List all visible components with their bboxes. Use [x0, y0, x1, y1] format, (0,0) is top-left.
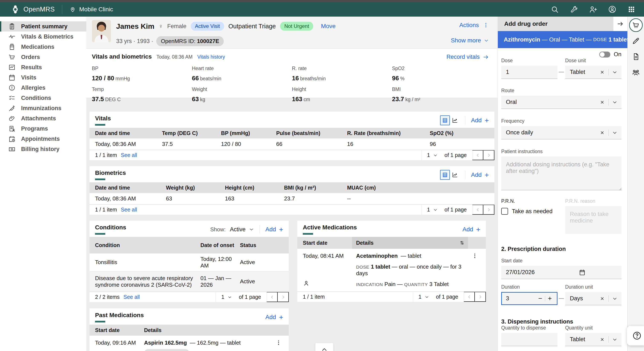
chevron-down-icon[interactable]	[612, 69, 618, 75]
chevron-down-icon[interactable]	[612, 130, 618, 135]
table-view-button[interactable]	[440, 115, 450, 125]
clinical-forms-button[interactable]	[629, 34, 643, 48]
order-drug-name: Azithromycin	[504, 36, 540, 43]
route-combobox[interactable]: Oral	[501, 96, 622, 109]
show-more-button[interactable]: Show more	[451, 37, 489, 44]
row-overflow-menu[interactable]	[468, 253, 482, 288]
add-active-medication-button[interactable]: Add+	[462, 225, 480, 234]
collapse-order-panel-button[interactable]	[613, 16, 628, 31]
location-name: Mobile Clinic	[79, 6, 113, 13]
chart-view-button[interactable]	[450, 115, 460, 125]
app-switcher-button[interactable]	[626, 4, 636, 14]
patient-lists-button[interactable]	[629, 66, 643, 79]
patient-instructions-textarea[interactable]	[501, 157, 622, 190]
clear-selection-icon[interactable]	[600, 337, 605, 342]
quantity-unit-combobox[interactable]: Tablet	[565, 333, 622, 346]
sidebar-item-allergies[interactable]: Allergies	[0, 83, 86, 93]
dosing-toggle[interactable]	[599, 51, 610, 57]
page-select[interactable]: 1	[216, 292, 238, 302]
chevron-down-icon[interactable]	[612, 337, 618, 342]
search-button[interactable]	[550, 4, 560, 14]
prev-page-button[interactable]	[472, 205, 483, 215]
add-patient-button[interactable]	[588, 4, 598, 14]
order-basket-button[interactable]	[629, 18, 643, 32]
record-vitals-link[interactable]: Record vitals	[446, 54, 489, 60]
move-visit-link[interactable]: Move	[321, 23, 336, 30]
prev-page-button[interactable]	[266, 292, 278, 302]
sidebar-item-attachments[interactable]: Attachments	[0, 113, 86, 123]
sidebar-item-visits[interactable]: Visits	[0, 72, 86, 83]
duration-unit-combobox[interactable]: Days	[565, 292, 622, 305]
sidebar-item-appointments[interactable]: Appointments	[0, 134, 86, 144]
take-as-needed-checkbox[interactable]	[501, 208, 508, 215]
dose-unit-combobox[interactable]: Tablet	[565, 66, 622, 79]
quantity-to-dispense-input[interactable]	[501, 333, 558, 346]
frequency-combobox[interactable]: Once daily	[501, 126, 622, 139]
add-vitals-button[interactable]: Add+	[471, 116, 489, 125]
sidebar-item-results[interactable]: Results	[0, 62, 86, 72]
sidebar-item-billing-history[interactable]: Billing history	[0, 144, 86, 154]
help-button[interactable]	[627, 326, 644, 346]
next-page-button[interactable]	[483, 205, 494, 215]
sidebar-item-orders[interactable]: Orders	[0, 52, 86, 62]
see-all-link[interactable]: See all	[121, 152, 137, 158]
table-row[interactable]: Today, 08:36 AM37.5120 / 80661696	[90, 138, 494, 150]
next-page-button[interactable]	[475, 292, 486, 302]
sidebar-item-medications[interactable]: Medications	[0, 42, 86, 52]
sortable-details-header[interactable]: Details	[352, 237, 468, 249]
collapse-panel-button[interactable]	[316, 343, 333, 351]
table-row[interactable]: Today, 08:36 AM6316323.7--	[90, 193, 494, 204]
show-filter-select[interactable]: Active	[230, 226, 254, 233]
prev-page-button[interactable]	[472, 150, 483, 160]
table-row[interactable]: TonsillitisToday, 12:00 AMActive	[90, 254, 289, 271]
active-medications-table-header: Start date Details	[297, 237, 486, 249]
sidebar-item-programs[interactable]: Programs	[0, 123, 86, 134]
vitals-history-link[interactable]: Vitals history	[197, 54, 225, 60]
prev-page-button[interactable]	[464, 292, 475, 302]
clear-selection-icon[interactable]	[600, 296, 605, 301]
table-row[interactable]: Today, 08:41 AM Acetaminophen — tablet D…	[297, 249, 486, 292]
prn-reason-textarea[interactable]	[565, 206, 622, 234]
chart-icon	[8, 64, 16, 71]
chart-view-button[interactable]	[450, 170, 460, 180]
search-icon	[551, 5, 559, 13]
add-biometrics-button[interactable]: Add+	[471, 171, 489, 179]
user-menu-button[interactable]	[607, 4, 617, 14]
page-select[interactable]: 1	[421, 150, 443, 160]
sidebar-item-patient-summary[interactable]: Patient summary	[0, 21, 86, 31]
clear-selection-icon[interactable]	[600, 99, 605, 105]
table-row[interactable]: Today, 09:16 AM Aspirin 162.5mg — 162.5m…	[90, 336, 289, 351]
increment-button[interactable]: +	[545, 294, 554, 303]
start-date-input[interactable]: 27/01/2026	[501, 266, 622, 279]
dose-input[interactable]	[501, 66, 558, 79]
sidebar-item-immunizations[interactable]: Immunizations	[0, 103, 86, 113]
clear-selection-icon[interactable]	[600, 69, 605, 75]
chevron-down-icon[interactable]	[612, 99, 618, 105]
add-condition-button[interactable]: Add+	[265, 225, 283, 234]
notes-button[interactable]	[629, 50, 643, 63]
next-page-button[interactable]	[483, 150, 494, 160]
app-logo[interactable]: OpenMRS	[0, 5, 55, 14]
see-all-link[interactable]: See all	[121, 207, 137, 213]
actions-menu[interactable]: Actions	[459, 22, 479, 28]
page-select[interactable]: 1	[413, 292, 435, 302]
chevron-left-icon	[475, 153, 480, 158]
table-view-button[interactable]	[440, 170, 450, 180]
decrement-button[interactable]: −	[536, 294, 545, 303]
page-select[interactable]: 1	[421, 205, 443, 215]
sidebar-item-conditions[interactable]: Conditions	[0, 93, 86, 103]
next-page-button[interactable]	[278, 292, 289, 302]
duration-stepper[interactable]: 3 − +	[501, 292, 558, 305]
overflow-menu-icon[interactable]	[483, 22, 489, 28]
sidebar-item-vitals-biometrics[interactable]: Vitals & Biometrics	[0, 31, 86, 42]
calendar-icon[interactable]	[579, 269, 586, 276]
tools-button[interactable]	[569, 4, 579, 14]
chevron-down-icon[interactable]	[612, 296, 618, 301]
see-all-link[interactable]: See all	[124, 294, 140, 300]
clear-selection-icon[interactable]	[600, 130, 605, 135]
table-row[interactable]: Disease due to severe acute respiratory …	[90, 271, 289, 292]
order-summary-bar[interactable]: Azithromycin — Oral — Tablet — DOSE 1 ta…	[498, 31, 628, 48]
location-selector[interactable]: Mobile Clinic	[70, 6, 113, 13]
row-overflow-menu[interactable]	[272, 340, 284, 351]
add-past-medication-button[interactable]: Add+	[265, 313, 283, 321]
